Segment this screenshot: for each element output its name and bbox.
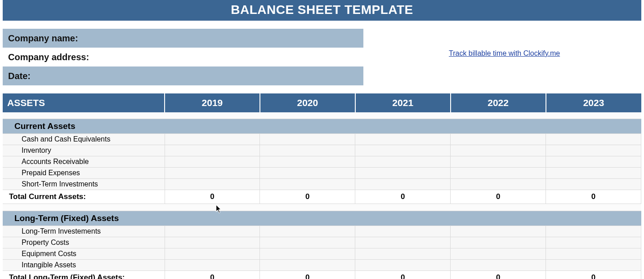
table-row[interactable]: Prepaid Expenses — [3, 167, 641, 178]
header-year: 2022 — [451, 93, 546, 112]
table-row[interactable]: Long-Term Investements — [3, 226, 641, 237]
table-header-row: ASSETS 2019 2020 2021 2022 2023 — [3, 93, 641, 112]
section-long-term-assets: Long-Term (Fixed) Assets — [3, 211, 641, 226]
header-assets: ASSETS — [3, 93, 165, 112]
header-year: 2019 — [165, 93, 260, 112]
company-name-field[interactable]: Company name: — [3, 29, 363, 48]
header-year: 2023 — [546, 93, 641, 112]
company-address-field[interactable]: Company address: — [3, 48, 363, 66]
table-row[interactable]: Equipment Costs — [3, 248, 641, 259]
table-row[interactable]: Intangible Assets — [3, 259, 641, 270]
total-current-assets: Total Current Assets: 0 0 0 0 0 — [3, 190, 641, 204]
table-row[interactable]: Inventory — [3, 145, 641, 156]
page-title: BALANCE SHEET TEMPLATE — [3, 0, 641, 21]
balance-sheet-table: ASSETS 2019 2020 2021 2022 2023 Current … — [3, 93, 641, 279]
table-row[interactable]: Property Costs — [3, 237, 641, 248]
clockify-link[interactable]: Track billable time with Clockify.me — [449, 49, 560, 58]
table-row[interactable]: Accounts Receivable — [3, 156, 641, 167]
section-current-assets: Current Assets — [3, 119, 641, 133]
header-year: 2020 — [260, 93, 355, 112]
header-year: 2021 — [355, 93, 451, 112]
date-field[interactable]: Date: — [3, 66, 363, 85]
table-row[interactable]: Short-Term Investments — [3, 178, 641, 190]
company-info-block: Company name: Company address: Date: Tra… — [3, 29, 641, 85]
total-long-term-assets: Total Long-Term (Fixed) Assets: 0 0 0 0 … — [3, 270, 641, 279]
table-row[interactable]: Cash and Cash Equivalents — [3, 133, 641, 145]
